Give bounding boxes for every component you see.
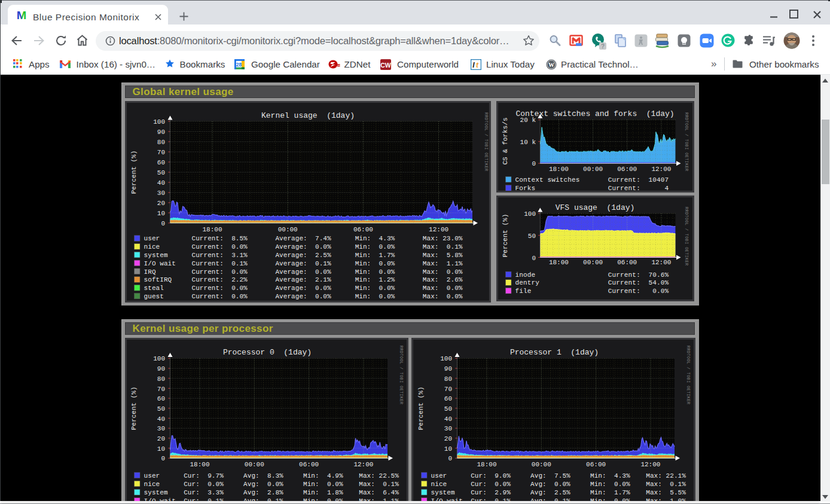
- svg-text:18:00: 18:00: [549, 258, 569, 265]
- svg-text:Context switches Current: Context switches Current: 10407: [515, 176, 669, 184]
- svg-text:10: 10: [157, 445, 165, 452]
- svg-text:40: 40: [157, 179, 165, 187]
- svg-text:20: 20: [157, 200, 165, 207]
- svg-text:100: 100: [440, 355, 452, 362]
- svg-text:100: 100: [153, 355, 165, 362]
- svg-text:RRDTOOL / TOBI OETIKER: RRDTOOL / TOBI OETIKER: [484, 112, 489, 172]
- svg-text:90: 90: [157, 129, 165, 136]
- svg-text:VFS usage (1day): VFS usage (1day): [556, 203, 635, 212]
- svg-text:18:00: 18:00: [549, 165, 569, 172]
- svg-text:0: 0: [161, 455, 165, 462]
- svg-text:system Cur: 2.9% Avg:: system Cur: 2.9% Avg: 2.5% Min: 1.7% Max…: [431, 489, 686, 496]
- svg-text:70: 70: [157, 385, 165, 392]
- svg-text:RRDTOOL / TOBI OETIKER: RRDTOOL / TOBI OETIKER: [399, 346, 404, 405]
- svg-text:W: W: [548, 62, 554, 68]
- svg-text:Processor 0 (1day): Processor 0 (1day): [223, 348, 312, 357]
- svg-text:06:00: 06:00: [299, 461, 319, 468]
- svg-text:Forks Current: Forks Current: 4: [515, 185, 669, 191]
- svg-text:18:00: 18:00: [190, 461, 209, 468]
- svg-text:00:00: 00:00: [278, 226, 298, 233]
- svg-text:30: 30: [444, 425, 451, 432]
- svg-text:50: 50: [444, 405, 451, 413]
- svg-text:RRDTOOL / TOBI OETIKER: RRDTOOL / TOBI OETIKER: [684, 112, 689, 172]
- svg-text:RRDTOOL / TOBI OETIKER: RRDTOOL / TOBI OETIKER: [685, 346, 690, 405]
- svg-text:20: 20: [157, 435, 165, 442]
- svg-text:18:00: 18:00: [202, 226, 222, 233]
- svg-text:CW: CW: [380, 62, 391, 69]
- svg-text:steal Current: 0.0%: steal Current: 0.0% Average: 0.0% Min: 0…: [144, 285, 463, 292]
- svg-text:12:00: 12:00: [651, 165, 671, 172]
- svg-text:0: 0: [448, 455, 452, 462]
- svg-text:80: 80: [444, 375, 451, 383]
- svg-text:RRDTOOL / TOBI OETIKER: RRDTOOL / TOBI OETIKER: [684, 207, 689, 266]
- svg-text:60: 60: [157, 159, 165, 166]
- svg-text:softIRQ Current: 2.2%: softIRQ Current: 2.2% Average: 2.1% Min:…: [144, 276, 463, 283]
- svg-text:CS & forks/s: CS & forks/s: [502, 117, 509, 164]
- svg-text:10 k: 10 k: [520, 138, 536, 145]
- svg-text:IRQ Current: 0.0%: IRQ Current: 0.0% Average: 0.0% Min: 0.0…: [144, 268, 463, 275]
- svg-text:40: 40: [444, 415, 451, 422]
- svg-text:0: 0: [532, 160, 536, 167]
- svg-text:nice Current: 0.0%: nice Current: 0.0% Average: 0.0% Min: 0.…: [144, 243, 463, 251]
- svg-text:80: 80: [157, 139, 165, 146]
- svg-text:12:00: 12:00: [640, 461, 660, 468]
- svg-text:28: 28: [236, 62, 242, 68]
- svg-text:system Cur: 3.3% Avg:: system Cur: 3.3% Avg: 2.8% Min: 1.8% Max…: [144, 489, 399, 496]
- svg-text:guest Current: 0.0%: guest Current: 0.0% Average: 0.0% Min: 0…: [144, 293, 463, 300]
- svg-text:?: ?: [601, 43, 605, 50]
- svg-text:user Cur: 9.0% Avg:: user Cur: 9.0% Avg: 7.5% Min: 4.3% Max: …: [431, 472, 686, 479]
- svg-text:00:00: 00:00: [583, 165, 603, 172]
- svg-text:60: 60: [444, 395, 451, 402]
- svg-text:00:00: 00:00: [245, 461, 264, 468]
- svg-text:Percent (%): Percent (%): [130, 150, 138, 194]
- svg-text:40: 40: [157, 415, 165, 422]
- svg-text:90: 90: [444, 365, 451, 372]
- svg-text:user Current: 8.5%: user Current: 8.5% Average: 7.4% Min: 4.…: [144, 235, 463, 242]
- svg-text:70: 70: [444, 385, 451, 392]
- svg-text:18:00: 18:00: [477, 461, 496, 468]
- svg-text:30: 30: [157, 190, 165, 197]
- svg-text:50: 50: [528, 232, 536, 239]
- svg-text:50: 50: [157, 405, 165, 413]
- svg-text:system Current: 3.1%: system Current: 3.1% Average: 2.5% Min: …: [144, 252, 463, 259]
- svg-text:70: 70: [157, 149, 165, 156]
- svg-text:nice Cur: 0.0% Avg:: nice Cur: 0.0% Avg: 0.0% Min: 0.0% Max: …: [431, 481, 686, 488]
- svg-text:dentry Current: dentry Current: 54.0%: [515, 279, 669, 286]
- svg-text:06:00: 06:00: [617, 258, 637, 265]
- svg-text:90: 90: [157, 365, 165, 372]
- svg-text:00:00: 00:00: [583, 258, 603, 265]
- svg-text:inode Current: inode Current: 70.6%: [515, 271, 669, 278]
- svg-text:Percent (%): Percent (%): [130, 386, 138, 430]
- svg-text:12:00: 12:00: [353, 461, 373, 468]
- svg-text:06:00: 06:00: [617, 165, 637, 172]
- svg-text:0: 0: [532, 254, 536, 261]
- svg-text:20 k: 20 k: [520, 117, 536, 124]
- svg-text:10: 10: [444, 445, 451, 452]
- svg-text:100: 100: [524, 210, 536, 218]
- svg-text:00:00: 00:00: [531, 461, 551, 468]
- svg-text:06:00: 06:00: [586, 461, 606, 468]
- svg-text:50: 50: [157, 169, 165, 176]
- svg-text:80: 80: [157, 375, 165, 383]
- svg-text:Kernel usage (1day): Kernel usage (1day): [261, 111, 355, 120]
- svg-text:30: 30: [157, 425, 165, 432]
- svg-text:0: 0: [161, 220, 165, 227]
- svg-text:100: 100: [153, 118, 165, 126]
- svg-text:10: 10: [157, 210, 165, 217]
- svg-text:12:00: 12:00: [651, 258, 671, 265]
- svg-text:06:00: 06:00: [353, 226, 373, 233]
- svg-text:20: 20: [444, 435, 451, 442]
- svg-text:file Current: file Current: 0.0%: [515, 288, 669, 295]
- svg-text:Percent (%): Percent (%): [417, 386, 424, 430]
- svg-text:12:00: 12:00: [429, 226, 448, 233]
- svg-text:I/O wait Current: 0.1%: I/O wait Current: 0.1% Average: 0.1% Min…: [144, 259, 463, 267]
- svg-text:nice Cur: 0.0% Avg:: nice Cur: 0.0% Avg: 0.0% Min: 0.0% Max: …: [144, 481, 399, 488]
- svg-text:Processor 1 (1day): Processor 1 (1day): [509, 348, 598, 357]
- svg-text:user Cur: 9.7% Avg:: user Cur: 9.7% Avg: 8.3% Min: 4.9% Max: …: [144, 472, 399, 479]
- svg-text:Percent (%): Percent (%): [502, 213, 509, 257]
- svg-text:60: 60: [157, 395, 165, 402]
